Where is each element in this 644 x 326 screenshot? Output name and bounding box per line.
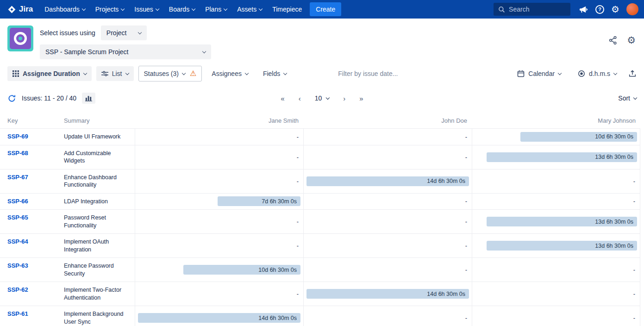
assignees-label: Assignees [212,70,242,77]
sort-select[interactable]: Sort [618,94,637,102]
nav-item-label: Plans [205,6,221,13]
statuses-filter[interactable]: Statuses (3) ⚠ [138,66,202,82]
refresh-icon[interactable] [7,94,16,103]
duration-cell: - [303,258,472,282]
announcements-icon[interactable] [577,4,588,15]
nav-item-boards[interactable]: Boards [164,0,200,19]
sliders-icon [101,70,108,77]
jira-logo[interactable]: Jira [6,5,39,14]
search-icon [498,6,505,13]
empty-duration: - [297,154,300,161]
empty-duration: - [297,133,300,140]
grid-icon [13,70,19,77]
issue-summary: Password Reset Functionality [60,210,135,233]
empty-duration: - [633,290,637,297]
nav-item-issues[interactable]: Issues [129,0,163,19]
issue-key-link[interactable]: SSP-64 [0,234,60,249]
empty-duration: - [465,266,469,273]
nav-menu: DashboardsProjectsIssuesBoardsPlansAsset… [39,0,307,19]
report-type-label: Assignee Duration [23,70,80,77]
duration-cell: - [135,234,303,257]
column-header-jane-smith: Jane Smith [135,117,303,124]
duration-cell: 7d 6h 30m 0s [135,194,303,210]
target-icon [578,70,585,77]
table-body: SSP-69Update UI Framework--10d 6h 30m 0s… [0,128,640,326]
share-icon[interactable] [608,36,618,45]
table-row: SSP-64Implement OAuth Integration--13d 6… [0,233,640,257]
issue-key-link[interactable]: SSP-65 [0,210,60,225]
column-header-john-doe: John Doe [303,117,472,124]
issue-key-link[interactable]: SSP-68 [0,145,60,161]
jira-logo-icon [7,5,16,14]
duration-cell: - [303,210,472,233]
page-size-select[interactable]: 10 [315,94,330,102]
view-select[interactable]: List [96,66,134,81]
chart-view-button[interactable] [82,93,95,104]
export-icon[interactable] [628,69,637,78]
empty-duration: - [465,154,469,161]
chevron-down-icon [202,49,206,53]
issue-summary: Implement Background User Sync [60,306,135,326]
search-box[interactable] [494,3,570,16]
last-page-button[interactable]: » [359,94,363,102]
fields-label: Fields [263,70,280,77]
user-avatar[interactable] [626,3,638,15]
fields-filter[interactable]: Fields [258,66,292,81]
duration-cell: - [135,145,303,169]
duration-cell: 14d 6h 30m 0s [303,282,472,306]
create-button[interactable]: Create [310,2,341,16]
header-controls: Select issues using Project SSP - Sample… [40,25,211,59]
issue-key-link[interactable]: SSP-69 [0,129,60,144]
issue-key-link[interactable]: SSP-67 [0,169,60,185]
duration-cell: 10d 6h 30m 0s [472,129,640,145]
report-type-select[interactable]: Assignee Duration [7,66,92,81]
issue-key-link[interactable]: SSP-62 [0,282,60,297]
nav-item-projects[interactable]: Projects [90,0,130,19]
nav-item-label: Boards [169,6,189,13]
chevron-down-icon [125,71,129,75]
project-select-value: SSP - Sample Scrum Project [45,48,128,56]
nav-item-assets[interactable]: Assets [232,0,267,19]
project-select[interactable]: SSP - Sample Scrum Project [40,44,211,59]
nav-item-dashboards[interactable]: Dashboards [39,0,90,19]
duration-cell: 13d 6h 30m 0s [472,234,640,257]
chevron-down-icon [82,6,86,10]
duration-bar: 14d 6h 30m 0s [306,176,469,186]
nav-item-timepiece[interactable]: Timepiece [267,0,307,19]
next-page-button[interactable]: › [343,94,345,102]
chevron-down-icon [613,71,617,75]
duration-cell: - [472,306,640,326]
nav-item-plans[interactable]: Plans [200,0,232,19]
issue-source-select[interactable]: Project [101,25,147,40]
timepiece-app-icon [7,25,33,51]
report-settings-gear-icon[interactable]: ⚙ [627,35,636,45]
help-icon[interactable]: ? [595,5,604,14]
duration-cell: 14d 6h 30m 0s [303,169,472,193]
chevron-down-icon [121,6,125,10]
issue-key-link[interactable]: SSP-61 [0,306,60,321]
issue-key-link[interactable]: SSP-63 [0,258,60,273]
empty-duration: - [465,314,469,321]
search-input[interactable] [509,6,564,13]
duration-cell: - [472,194,640,210]
table-row: SSP-69Update UI Framework--10d 6h 30m 0s [0,128,640,145]
chevron-down-icon [192,6,195,10]
chevron-down-icon [182,71,186,75]
help-glyph: ? [598,6,601,12]
issues-count-label: Issues: 11 - 20 / 40 [22,94,76,102]
issue-summary: Update UI Framework [60,129,135,145]
duration-cell: 13d 6h 30m 0s [472,145,640,169]
prev-page-button[interactable]: ‹ [299,94,301,102]
issue-summary: Implement OAuth Integration [60,234,135,257]
table-row: SSP-66LDAP Integration7d 6h 30m 0s-- [0,193,640,210]
table-row: SSP-63Enhance Password Security10d 6h 30… [0,257,640,282]
first-page-button[interactable]: « [281,94,284,102]
nav-right: ? ⚙ [494,3,638,16]
issue-date-filter-input[interactable] [338,70,426,77]
settings-gear-icon[interactable]: ⚙ [611,5,619,14]
calendar-select[interactable]: Calendar [512,66,566,81]
time-format-select[interactable]: d.h.m.s [573,66,622,81]
issue-key-link[interactable]: SSP-66 [0,194,60,209]
calendar-icon [517,70,525,77]
assignees-filter[interactable]: Assignees [206,66,253,81]
